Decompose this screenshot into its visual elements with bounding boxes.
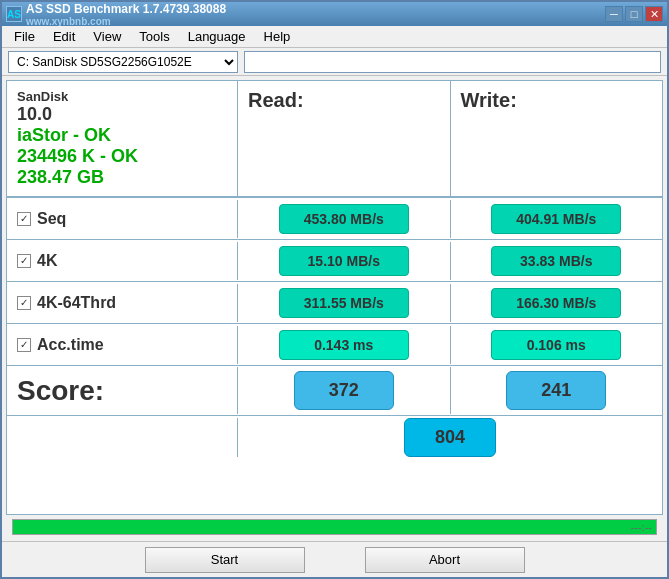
drive-select[interactable]: C: SanDisk SD5SG2256G1052E [8,51,238,73]
toolbar-input[interactable] [244,51,661,73]
write-header: Write: [450,81,663,196]
acctime-read-cell: 0.143 ms [237,326,450,364]
device-version: 10.0 [17,104,227,125]
4k64-name: 4K-64Thrd [37,294,116,312]
acctime-read-value: 0.143 ms [279,330,409,360]
4k64-read-value: 311.55 MB/s [279,288,409,318]
device-driver: iaStor - OK [17,125,227,146]
acctime-label: ✓ Acc.time [7,332,237,358]
device-size2: 238.47 GB [17,167,227,188]
bench-row-4k: ✓ 4K 15.10 MB/s 33.83 MB/s [7,239,662,281]
4k-checkbox[interactable]: ✓ [17,254,31,268]
bench-header: SanDisk 10.0 iaStor - OK 234496 K - OK 2… [7,81,662,197]
title-controls: ─ □ ✕ [605,6,663,22]
menu-bar: File Edit View Tools Language Help [2,26,667,48]
device-info-panel: SanDisk 10.0 iaStor - OK 234496 K - OK 2… [7,81,237,196]
minimize-button[interactable]: ─ [605,6,623,22]
app-icon: AS [6,6,22,22]
total-score-value: 804 [404,418,496,457]
score-read-cell: 372 [237,367,450,414]
seq-write-cell: 404.91 MB/s [450,200,663,238]
device-name: SanDisk [17,89,227,104]
4k64-write-value: 166.30 MB/s [491,288,621,318]
score-label: Score: [7,367,237,415]
total-score-row: 804 [7,415,662,459]
start-button[interactable]: Start [145,547,305,573]
score-write-value: 241 [506,371,606,410]
main-content: SanDisk 10.0 iaStor - OK 234496 K - OK 2… [2,76,667,541]
4k-name: 4K [37,252,57,270]
progress-section: ---:-- [6,515,663,537]
seq-write-value: 404.91 MB/s [491,204,621,234]
acctime-checkbox[interactable]: ✓ [17,338,31,352]
score-write-cell: 241 [450,367,663,414]
menu-edit[interactable]: Edit [45,27,83,46]
menu-help[interactable]: Help [256,27,299,46]
seq-read-cell: 453.80 MB/s [237,200,450,238]
menu-tools[interactable]: Tools [131,27,177,46]
4k-write-cell: 33.83 MB/s [450,242,663,280]
4k64-checkbox[interactable]: ✓ [17,296,31,310]
4k-label: ✓ 4K [7,248,237,274]
toolbar: C: SanDisk SD5SG2256G1052E [2,48,667,76]
seq-name: Seq [37,210,66,228]
title-left: AS AS SSD Benchmark 1.7.4739.38088 www.x… [6,2,226,27]
4k64-read-cell: 311.55 MB/s [237,284,450,322]
bench-row-acctime: ✓ Acc.time 0.143 ms 0.106 ms [7,323,662,365]
menu-view[interactable]: View [85,27,129,46]
device-size1: 234496 K - OK [17,146,227,167]
score-read-value: 372 [294,371,394,410]
progress-timer: ---:-- [631,521,652,533]
read-header: Read: [237,81,450,196]
abort-button[interactable]: Abort [365,547,525,573]
window-title: AS SSD Benchmark 1.7.4739.38088 [26,2,226,16]
title-bar: AS AS SSD Benchmark 1.7.4739.38088 www.x… [2,2,667,26]
acctime-write-cell: 0.106 ms [450,326,663,364]
score-row: Score: 372 241 [7,365,662,415]
seq-read-value: 453.80 MB/s [279,204,409,234]
bench-row-seq: ✓ Seq 453.80 MB/s 404.91 MB/s [7,197,662,239]
4k-read-value: 15.10 MB/s [279,246,409,276]
4k64-label: ✓ 4K-64Thrd [7,290,237,316]
close-button[interactable]: ✕ [645,6,663,22]
4k-write-value: 33.83 MB/s [491,246,621,276]
main-window: AS AS SSD Benchmark 1.7.4739.38088 www.x… [0,0,669,579]
window-url: www.xynbnb.com [26,16,226,27]
4k-read-cell: 15.10 MB/s [237,242,450,280]
menu-language[interactable]: Language [180,27,254,46]
bottom-bar: Start Abort [2,541,667,577]
seq-checkbox[interactable]: ✓ [17,212,31,226]
menu-file[interactable]: File [6,27,43,46]
bench-table: SanDisk 10.0 iaStor - OK 234496 K - OK 2… [6,80,663,515]
4k64-write-cell: 166.30 MB/s [450,284,663,322]
acctime-write-value: 0.106 ms [491,330,621,360]
bench-row-4k64: ✓ 4K-64Thrd 311.55 MB/s 166.30 MB/s [7,281,662,323]
seq-label: ✓ Seq [7,206,237,232]
progress-bar-container: ---:-- [12,519,657,535]
restore-button[interactable]: □ [625,6,643,22]
acctime-name: Acc.time [37,336,104,354]
total-center: 804 [237,418,662,457]
progress-bar-fill [13,520,656,534]
